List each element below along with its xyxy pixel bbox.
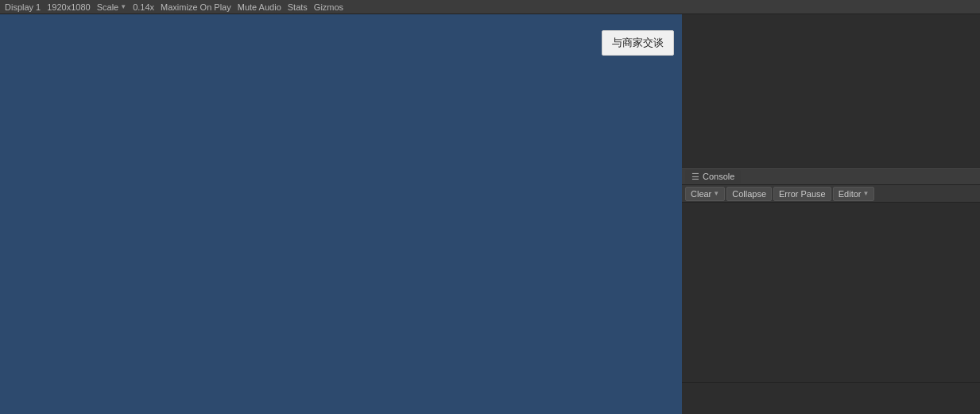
console-panel: ☰ Console Clear ▼ Collapse Error Pause E… (682, 168, 980, 382)
maximize-on-play[interactable]: Maximize On Play (161, 2, 231, 12)
display-label[interactable]: Display 1 (5, 2, 41, 12)
top-bar: Display 1 1920x1080 Scale ▼ 0.14x Maximi… (0, 0, 980, 14)
bottom-panel (682, 382, 980, 414)
right-panel: ☰ Console Clear ▼ Collapse Error Pause E… (682, 14, 980, 414)
editor-label: Editor (839, 189, 862, 199)
console-content (682, 203, 980, 382)
main-content: 与商家交谈 ☰ Console Clear ▼ Collapse Erro (0, 14, 980, 414)
game-view: 与商家交谈 (0, 14, 682, 414)
console-tab-bar: ☰ Console (682, 168, 980, 185)
stats-button[interactable]: Stats (288, 2, 308, 12)
mute-audio[interactable]: Mute Audio (238, 2, 281, 12)
clear-button[interactable]: Clear ▼ (685, 187, 725, 201)
resolution-value[interactable]: 1920x1080 (47, 2, 90, 12)
scale-arrow-icon: ▼ (120, 3, 126, 10)
error-pause-label: Error Pause (779, 189, 826, 199)
editor-button[interactable]: Editor ▼ (833, 187, 875, 201)
scale-value: 0.14x (133, 2, 154, 12)
chat-with-merchant-button[interactable]: 与商家交谈 (602, 30, 674, 56)
console-tab[interactable]: ☰ Console (685, 170, 741, 184)
collapse-label: Collapse (732, 189, 766, 199)
clear-label: Clear (691, 189, 711, 199)
scale-dropdown[interactable]: Scale ▼ (97, 2, 126, 12)
editor-dropdown-arrow-icon: ▼ (862, 190, 869, 197)
inspector-area (682, 14, 980, 168)
scale-label: Scale (97, 2, 119, 12)
gizmos-button[interactable]: Gizmos (314, 2, 343, 12)
collapse-button[interactable]: Collapse (726, 187, 772, 201)
console-tab-label: Console (703, 172, 734, 181)
error-pause-button[interactable]: Error Pause (773, 187, 831, 201)
console-toolbar: Clear ▼ Collapse Error Pause Editor ▼ (682, 185, 980, 203)
clear-dropdown-arrow-icon: ▼ (713, 190, 719, 197)
console-tab-icon: ☰ (691, 172, 699, 182)
